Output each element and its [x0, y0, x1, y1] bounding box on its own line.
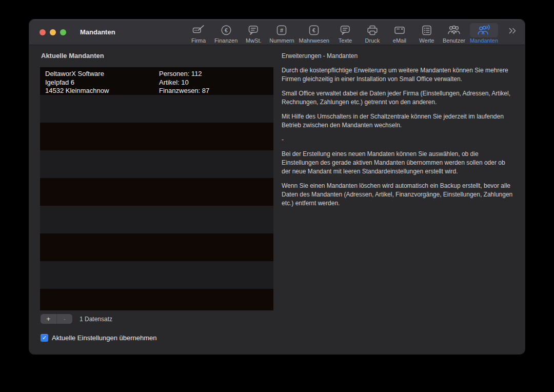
mandanten-panel: Aktuelle Mandanten DeltaworX Software Ig… [40, 52, 273, 354]
toolbar-label: Texte [339, 37, 352, 44]
settings-checkbox-row: ✓ Aktuelle Einstellungen übernehmen [41, 334, 273, 342]
empty-row[interactable] [40, 233, 273, 261]
mandant-city: 14532 Kleinmachnow [45, 87, 159, 95]
empty-row[interactable] [40, 95, 273, 123]
info-panel-title: Erweiterungen - Mandanten [282, 52, 513, 61]
info-paragraph: Bei der Erstellung eines neuen Mandaten … [282, 150, 513, 176]
info-paragraph: Durch die kostenpflichtige Erweiterung u… [282, 66, 513, 84]
titlebar: Mandanten Firma € [29, 19, 525, 45]
svg-text:€: € [312, 27, 315, 33]
toolbar-label: Werte [419, 37, 434, 44]
mahnwesen-icon: € [299, 23, 329, 37]
empty-row[interactable] [40, 123, 273, 150]
toolbar-label: MwSt. [246, 37, 262, 44]
toolbar-item-finanzen[interactable]: € Finanzen [214, 23, 238, 44]
toolbar-label: Mandanten [470, 37, 498, 44]
toolbar-item-mahnwesen[interactable]: € Mahnwesen [299, 23, 330, 44]
empty-row[interactable] [40, 150, 273, 178]
benutzer-icon [443, 23, 465, 37]
add-remove-segmented-control: + - [41, 314, 72, 324]
mandant-street: Igelpfad 6 [45, 79, 159, 87]
left-panel-title: Aktuelle Mandanten [41, 52, 273, 60]
empty-row[interactable] [40, 178, 273, 206]
firma-icon [187, 23, 210, 37]
info-paragraph: - [282, 135, 513, 144]
info-paragraph: Mit Hilfe des Umschalters in der Schaltz… [282, 112, 513, 130]
toolbar-item-werte[interactable]: Werte [415, 23, 439, 44]
toolbar-label: Nummern [269, 37, 294, 44]
toolbar-item-email[interactable]: eMail [388, 23, 411, 44]
content-area: Aktuelle Mandanten DeltaworX Software Ig… [29, 45, 525, 354]
toolbar-item-mandanten[interactable]: Mandanten [469, 23, 499, 44]
toolbar-label: Firma [191, 37, 206, 44]
checkmark-icon: ✓ [42, 335, 47, 341]
mwst-icon [242, 23, 265, 37]
apply-settings-label: Aktuelle Einstellungen übernehmen [52, 334, 157, 342]
toolbar-label: Finanzen [214, 37, 238, 44]
mandanten-list[interactable]: DeltaworX Software Igelpfad 6 14532 Klei… [40, 67, 273, 310]
toolbar-label: Druck [365, 37, 380, 44]
mandant-stats: Personen: 112 Artikel: 10 Finanzwesen: 8… [159, 70, 209, 95]
minimize-window-button[interactable] [50, 29, 56, 35]
werte-icon [416, 23, 438, 37]
empty-row[interactable] [40, 261, 273, 289]
add-mandant-button[interactable]: + [41, 314, 56, 324]
toolbar-item-texte[interactable]: Texte [333, 23, 357, 44]
toolbar-item-firma[interactable]: Firma [187, 23, 210, 44]
list-controls: + - 1 Datensatz [41, 314, 273, 324]
window-title: Mandanten [80, 28, 115, 36]
chevron-double-right-icon [507, 27, 518, 37]
svg-text:€: € [225, 27, 228, 33]
finanzen-icon: € [214, 23, 238, 37]
mandant-finanzwesen-count: Finanzwesen: 87 [159, 87, 209, 95]
toolbar-label: Mahnwesen [299, 37, 329, 44]
apply-settings-checkbox[interactable]: ✓ [41, 334, 48, 342]
mandant-address: DeltaworX Software Igelpfad 6 14532 Klei… [45, 70, 159, 95]
toolbar-label: eMail [393, 37, 406, 44]
close-window-button[interactable] [39, 29, 46, 35]
svg-text:#: # [280, 27, 283, 33]
remove-mandant-button[interactable]: - [56, 314, 73, 324]
texte-icon [334, 23, 357, 37]
mandanten-icon [470, 23, 498, 37]
traffic-lights [39, 29, 66, 35]
mandant-personen-count: Personen: 112 [159, 70, 209, 79]
toolbar-item-benutzer[interactable]: Benutzer [442, 23, 466, 44]
zoom-window-button[interactable] [60, 29, 66, 35]
toolbar-item-druck[interactable]: Druck [361, 23, 384, 44]
email-icon [388, 23, 411, 37]
preferences-window: Mandanten Firma € [29, 19, 525, 354]
nummern-icon: # [269, 23, 294, 37]
toolbar-item-mwst[interactable]: MwSt. [242, 23, 265, 44]
info-paragraph: Small Office verwaltet dabei die Daten j… [282, 89, 513, 107]
druck-icon [361, 23, 384, 37]
info-paragraph: Wenn Sie einen Mandanten löschen wird au… [282, 182, 513, 208]
info-panel: Erweiterungen - Mandanten Durch die kost… [282, 52, 513, 354]
toolbar-label: Benutzer [443, 37, 465, 44]
record-count-label: 1 Datensatz [80, 316, 112, 323]
mandant-row[interactable]: DeltaworX Software Igelpfad 6 14532 Klei… [40, 67, 273, 95]
toolbar-overflow-button[interactable] [507, 27, 518, 37]
toolbar: Firma € Finanzen [187, 21, 520, 44]
toolbar-item-nummern[interactable]: # Nummern [269, 23, 294, 44]
mandant-name: DeltaworX Software [45, 70, 159, 79]
empty-row[interactable] [40, 289, 273, 310]
mandant-artikel-count: Artikel: 10 [159, 79, 209, 87]
empty-row[interactable] [40, 206, 273, 233]
